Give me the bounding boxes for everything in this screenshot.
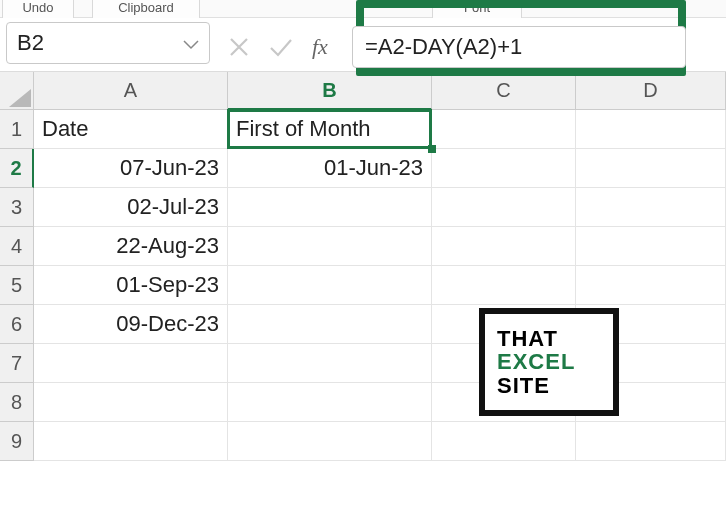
- cell[interactable]: Date: [34, 110, 228, 149]
- cell[interactable]: [228, 422, 432, 461]
- cell-selected[interactable]: 01-Jun-23: [228, 149, 432, 188]
- row-header[interactable]: 3: [0, 188, 34, 227]
- cell[interactable]: [432, 266, 576, 305]
- select-all-corner[interactable]: [0, 72, 34, 110]
- row-header[interactable]: 5: [0, 266, 34, 305]
- enter-icon[interactable]: [268, 36, 294, 58]
- insert-function-icon[interactable]: fx: [312, 34, 328, 60]
- cell[interactable]: [228, 344, 432, 383]
- cell[interactable]: 01-Sep-23: [34, 266, 228, 305]
- row-header[interactable]: 2: [0, 149, 34, 188]
- watermark-line: SITE: [497, 374, 613, 397]
- row-header[interactable]: 7: [0, 344, 34, 383]
- cell[interactable]: 09-Dec-23: [34, 305, 228, 344]
- watermark-line: THAT: [497, 327, 613, 350]
- formula-input[interactable]: =A2-DAY(A2)+1: [352, 26, 686, 68]
- ribbon-section-font[interactable]: Font: [432, 0, 522, 18]
- cell[interactable]: 22-Aug-23: [34, 227, 228, 266]
- cell[interactable]: [432, 227, 576, 266]
- cancel-icon[interactable]: [228, 36, 250, 58]
- ribbon-section-clipboard[interactable]: Clipboard: [92, 0, 200, 18]
- cell[interactable]: 02-Jul-23: [34, 188, 228, 227]
- formula-bar: B2 fx =A2-DAY(A2)+1: [0, 18, 726, 72]
- cell[interactable]: 07-Jun-23: [34, 149, 228, 188]
- col-header-b[interactable]: B: [228, 72, 432, 110]
- watermark-line: EXCEL: [497, 350, 613, 373]
- row-header[interactable]: 1: [0, 110, 34, 149]
- cell[interactable]: [228, 227, 432, 266]
- cell[interactable]: [576, 266, 726, 305]
- col-header-a[interactable]: A: [34, 72, 228, 110]
- cell[interactable]: [228, 383, 432, 422]
- cell[interactable]: [576, 227, 726, 266]
- formula-text: =A2-DAY(A2)+1: [365, 34, 522, 60]
- watermark-logo: THAT EXCEL SITE: [479, 308, 619, 416]
- cell[interactable]: [34, 344, 228, 383]
- cell[interactable]: [432, 149, 576, 188]
- cell[interactable]: [576, 110, 726, 149]
- cell[interactable]: [576, 422, 726, 461]
- cell[interactable]: [576, 188, 726, 227]
- cell[interactable]: [432, 188, 576, 227]
- cell[interactable]: First of Month: [228, 110, 432, 149]
- ribbon-labels: Undo Clipboard Font: [0, 0, 726, 18]
- cell[interactable]: [576, 149, 726, 188]
- cell[interactable]: [432, 422, 576, 461]
- row-header[interactable]: 6: [0, 305, 34, 344]
- cell[interactable]: [228, 266, 432, 305]
- row-header[interactable]: 8: [0, 383, 34, 422]
- cell[interactable]: [228, 305, 432, 344]
- col-header-d[interactable]: D: [576, 72, 726, 110]
- cell[interactable]: [34, 422, 228, 461]
- cell-reference: B2: [17, 30, 44, 56]
- fill-handle[interactable]: [428, 145, 436, 153]
- name-box[interactable]: B2: [6, 22, 210, 64]
- cell[interactable]: [228, 188, 432, 227]
- cell[interactable]: [432, 110, 576, 149]
- cell[interactable]: [34, 383, 228, 422]
- row-header[interactable]: 4: [0, 227, 34, 266]
- col-header-c[interactable]: C: [432, 72, 576, 110]
- chevron-down-icon[interactable]: [183, 30, 199, 56]
- ribbon-section-undo[interactable]: Undo: [2, 0, 74, 18]
- row-header[interactable]: 9: [0, 422, 34, 461]
